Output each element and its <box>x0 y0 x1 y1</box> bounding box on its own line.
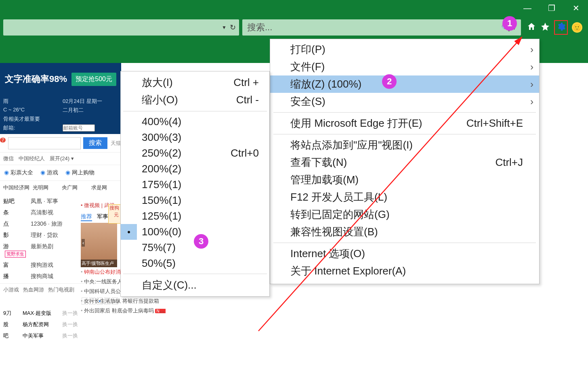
tools-menu-item[interactable]: F12 开发人员工具(L) <box>270 188 539 206</box>
menu-shortcut: Ctrl+J <box>495 156 523 169</box>
tools-menu-item[interactable]: 安全(S) <box>270 93 539 110</box>
fortune-label: 骨相美才最重要 <box>3 115 118 123</box>
nav-item[interactable]: 中国经纪人 <box>19 155 45 162</box>
zoom-menu-item[interactable]: 175%(1) <box>121 177 269 193</box>
zoom-menu-item[interactable]: 250%(2)Ctrl+0 <box>121 145 269 161</box>
headline[interactable]: 外出回家后 鞋底会带上病毒吗 NEW <box>81 306 166 316</box>
cat-left[interactable]: 点 <box>3 220 27 228</box>
mini-link[interactable]: 热门电视剧 <box>48 286 74 293</box>
menu-item-label: 关于 Internet Explorer(A) <box>290 264 406 278</box>
cat-left[interactable]: 播 <box>3 273 27 280</box>
swap-btn[interactable]: 换一换 <box>62 332 82 339</box>
hot-tag: 荒野求生 <box>5 251 26 258</box>
tools-gear-icon[interactable] <box>554 20 568 35</box>
menu-item-label: 将站点添加到"应用"视图(I) <box>290 138 413 152</box>
menu-item-label: 150%(1) <box>142 194 259 207</box>
site-link[interactable]: 央广网 <box>62 184 89 191</box>
address-dropdown-icon[interactable]: ▼ <box>222 25 227 30</box>
cat-right[interactable]: 高清影视 <box>31 209 79 216</box>
tools-menu-item[interactable]: 将站点添加到"应用"视图(I) <box>270 136 539 154</box>
zoom-menu-item[interactable]: 放大(I)Ctrl + <box>121 74 269 91</box>
zoom-menu-item[interactable]: 50%(5) <box>121 256 269 271</box>
reload-icon[interactable]: ↻ <box>230 23 236 32</box>
nav-expand[interactable]: 展开(24) <box>50 155 74 162</box>
mail-label: 邮箱: <box>3 124 59 132</box>
quick-link[interactable]: 彩票大全 <box>4 169 33 176</box>
headline[interactable]: 女行长生活放纵 将银行当提款箱 <box>81 296 166 306</box>
quick-link[interactable]: 网上购物 <box>65 169 94 176</box>
tools-menu-item[interactable]: 管理加载项(M) <box>270 171 539 188</box>
mini-link[interactable]: 热血网游 <box>23 286 44 293</box>
news-tab[interactable]: 军事 <box>97 213 108 221</box>
portal-search-row: 7 搜索 天猫 <box>0 134 121 153</box>
site-links: 中国经济网 光明网 央广网 求是网 <box>0 181 121 195</box>
carousel-prev-icon[interactable]: ‹ <box>82 239 85 247</box>
cat-left[interactable]: 富 <box>3 262 27 269</box>
swap-l[interactable]: 吧 <box>3 332 19 339</box>
feedback-smiley-icon[interactable]: 🙂 <box>572 22 582 33</box>
news-photo[interactable]: ‹ 高手!援鄂医生卢 <box>81 223 117 267</box>
news-tab[interactable]: 推荐 <box>81 213 92 221</box>
tools-menu-item[interactable]: 打印(P) <box>270 41 539 58</box>
swap-l[interactable]: 股 <box>3 321 19 328</box>
menu-item-label: 放大(I) <box>142 75 233 90</box>
mail-input[interactable] <box>63 124 95 132</box>
favorites-icon[interactable] <box>540 22 550 33</box>
cat-right[interactable]: 搜狗商城 <box>31 273 79 280</box>
swap-btn[interactable]: 换一换 <box>62 310 82 317</box>
cat-right[interactable]: 凤凰 · 军事 <box>31 198 79 205</box>
menu-item-label: 缩放(Z) (100%) <box>290 77 361 91</box>
menu-item-label: 转到已固定的网站(G) <box>290 207 390 222</box>
maximize-button[interactable]: ❐ <box>540 0 564 16</box>
cat-right[interactable]: 理财 · 贷款 <box>31 232 79 239</box>
swap-l[interactable]: 9刀 <box>3 310 19 317</box>
menu-item-label: 400%(4) <box>142 115 259 128</box>
search-box[interactable]: 搜索... 🔍 ▾ <box>242 19 521 36</box>
cat-left[interactable]: 游荒野求生 <box>3 243 27 258</box>
zoom-menu-item[interactable]: 400%(4) <box>121 114 269 130</box>
swap-m[interactable]: MAX·超变版 <box>23 310 59 317</box>
tools-menu-item[interactable]: 关于 Internet Explorer(A) <box>270 262 539 280</box>
site-link[interactable]: 光明网 <box>33 184 60 191</box>
menu-item-label: 兼容性视图设置(B) <box>290 225 378 239</box>
swap-btn[interactable]: 换一换 <box>62 321 82 328</box>
zoom-menu-item[interactable]: 200%(2) <box>121 161 269 177</box>
menu-item-label: F12 开发人员工具(L) <box>290 190 387 204</box>
zoom-menu-item[interactable]: 150%(1) <box>121 193 269 208</box>
cat-right[interactable]: 最新热剧 <box>31 243 79 258</box>
swap-m[interactable]: 中美军事 <box>23 332 59 339</box>
toolbar-actions: 🙂 <box>524 20 585 35</box>
portal-search-button[interactable]: 搜索 <box>83 137 107 149</box>
site-link[interactable]: 中国经济网 <box>3 184 30 191</box>
zoom-menu-item[interactable]: 自定义(C)... <box>121 276 269 294</box>
cat-right[interactable]: 12306 · 旅游 <box>31 220 79 228</box>
banner-cta-button[interactable]: 预定抢500元 <box>71 73 116 86</box>
close-button[interactable]: ✕ <box>564 0 588 16</box>
quick-link[interactable]: 游戏 <box>40 169 58 176</box>
tools-menu-item[interactable]: 查看下载(N)Ctrl+J <box>270 154 539 171</box>
cat-left[interactable]: 贴吧 <box>3 198 27 205</box>
cat-left[interactable]: 条 <box>3 209 27 216</box>
menu-item-label: 175%(1) <box>142 178 259 191</box>
tools-menu-item[interactable]: 兼容性视图设置(B) <box>270 223 539 241</box>
portal-search-input[interactable] <box>8 137 81 149</box>
tmall-link[interactable]: 天猫 <box>111 140 121 147</box>
menu-item-label: 200%(2) <box>142 163 259 175</box>
swap-m[interactable]: 杨方配资网 <box>23 321 59 328</box>
zoom-menu-item[interactable]: 缩小(O)Ctrl - <box>121 91 269 109</box>
tools-menu-item[interactable]: 使用 Microsoft Edge 打开(E)Ctrl+Shift+E <box>270 115 539 132</box>
cat-left[interactable]: 影 <box>3 232 27 239</box>
tools-menu-item[interactable]: 转到已固定的网站(G) <box>270 206 539 223</box>
home-icon[interactable] <box>527 22 536 33</box>
nav-item[interactable]: 微信 <box>3 155 14 162</box>
tools-menu-item[interactable]: 缩放(Z) (100%) <box>270 75 539 93</box>
site-link[interactable]: 求是网 <box>91 184 118 191</box>
tools-menu-item[interactable]: Internet 选项(O) <box>270 245 539 262</box>
mini-link[interactable]: 小游戏 <box>3 286 19 293</box>
minimize-button[interactable]: — <box>515 0 540 16</box>
tools-menu-item[interactable]: 文件(F) <box>270 58 539 75</box>
zoom-menu-item[interactable]: 300%(3) <box>121 130 269 145</box>
address-bar[interactable]: ▼ ↻ <box>3 19 239 36</box>
zoom-menu-item[interactable]: 125%(1) <box>121 208 269 224</box>
cat-right[interactable]: 搜狗游戏 <box>31 262 79 269</box>
